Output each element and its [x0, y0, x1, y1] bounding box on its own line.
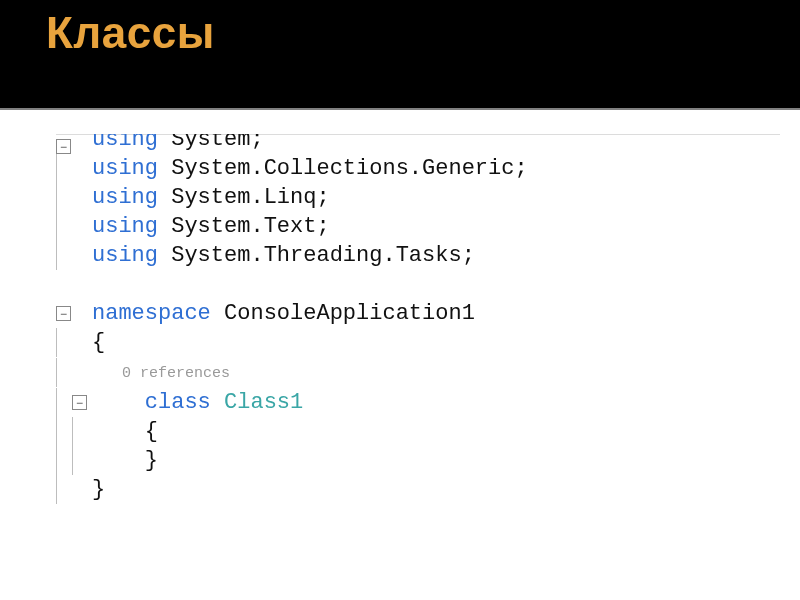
text-token: System.Text;: [158, 214, 330, 239]
code-text: using System.Collections.Generic;: [92, 154, 780, 183]
outline-gutter: [56, 446, 92, 475]
code-text: namespace ConsoleApplication1: [92, 299, 780, 328]
outline-rail: [56, 154, 72, 183]
outline-gutter: −: [56, 306, 92, 321]
text-token: System.Linq;: [158, 185, 330, 210]
keyword-token: namespace: [92, 301, 211, 326]
code-line: {: [56, 328, 780, 357]
outline-rail: [56, 241, 72, 270]
code-text: {: [92, 328, 780, 357]
outline-gutter: [56, 358, 92, 387]
outline-gutter: [56, 183, 92, 212]
text-token: ConsoleApplication1: [211, 301, 475, 326]
keyword-token: using: [92, 185, 158, 210]
code-line: −namespace ConsoleApplication1: [56, 299, 780, 328]
keyword-token: class: [145, 390, 211, 415]
code-block: −using System;using System.Collections.G…: [56, 134, 780, 504]
keyword-token: using: [92, 214, 158, 239]
text-token: {: [145, 419, 158, 444]
text-token: System.Collections.Generic;: [158, 156, 528, 181]
outline-gutter: [56, 241, 92, 270]
code-line: [56, 270, 780, 299]
code-text: [92, 270, 780, 299]
code-line: − class Class1: [56, 388, 780, 417]
text-token: {: [92, 330, 105, 355]
text-token: }: [145, 448, 158, 473]
code-line: using System.Linq;: [56, 183, 780, 212]
outline-rail: [56, 183, 72, 212]
outline-gutter: [56, 212, 92, 241]
outline-gutter: [56, 328, 92, 357]
collapse-minus-icon[interactable]: −: [56, 306, 71, 321]
code-line: using System.Text;: [56, 212, 780, 241]
code-text: class Class1: [92, 388, 780, 417]
code-line: using System.Collections.Generic;: [56, 154, 780, 183]
text-token: [211, 390, 224, 415]
code-text: using System.Linq;: [92, 183, 780, 212]
outline-gutter: [56, 417, 92, 446]
code-text: 0 references: [92, 357, 780, 388]
code-text: using System.Threading.Tasks;: [92, 241, 780, 270]
outline-gutter: [56, 475, 92, 504]
outline-rail: [56, 417, 71, 446]
title-bar: Классы: [0, 0, 800, 108]
text-token: System.Threading.Tasks;: [158, 243, 475, 268]
code-text: using System;: [92, 134, 780, 154]
outline-rail: [56, 446, 71, 475]
code-line: −using System;: [56, 134, 780, 154]
code-line: 0 references: [56, 357, 780, 388]
code-text: }: [92, 475, 780, 504]
outline-gutter: −: [56, 139, 92, 154]
code-line: }: [56, 446, 780, 475]
outline-rail: [56, 212, 72, 241]
text-token: }: [92, 477, 105, 502]
slide-title: Классы: [46, 8, 800, 58]
keyword-token: using: [92, 156, 158, 181]
code-text: }: [92, 446, 780, 475]
outline-rail: [56, 328, 72, 357]
code-line: {: [56, 417, 780, 446]
code-line: using System.Threading.Tasks;: [56, 241, 780, 270]
code-text: {: [92, 417, 780, 446]
collapse-minus-icon[interactable]: −: [72, 395, 87, 410]
text-token: System;: [158, 134, 264, 152]
code-line: }: [56, 475, 780, 504]
keyword-token: using: [92, 134, 158, 152]
outline-gutter: [56, 154, 92, 183]
keyword-token: using: [92, 243, 158, 268]
slide-root: Классы −using System;using System.Collec…: [0, 0, 800, 600]
outline-rail: [56, 358, 72, 387]
references-label[interactable]: 0 references: [122, 365, 230, 382]
collapse-minus-icon[interactable]: −: [56, 139, 71, 154]
type-token: Class1: [224, 390, 303, 415]
code-text: using System.Text;: [92, 212, 780, 241]
title-divider: [0, 108, 800, 110]
outline-gutter: −: [56, 388, 92, 417]
outline-rail: [56, 475, 72, 504]
